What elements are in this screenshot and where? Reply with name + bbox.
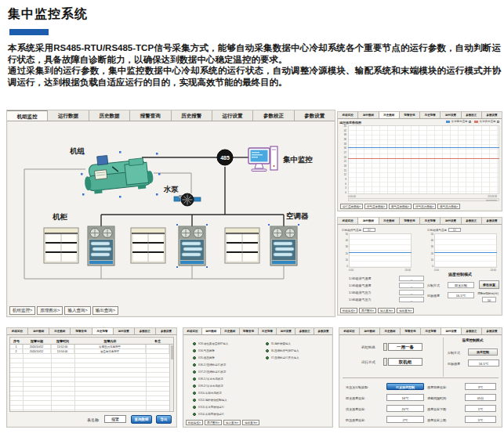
tab-item[interactable]: 历史报警 [421,328,441,334]
subtab-item[interactable]: 原理图示> [359,308,376,313]
trend-legend: 冷冻回水温度 冷冻供水温度 [446,120,499,123]
tab-item[interactable]: 历史数据 [380,328,401,334]
tab-item[interactable]: 报警查询 [240,328,259,334]
unit-select[interactable]: 1# [448,228,461,232]
tab-item[interactable]: 运行设置 [277,328,296,334]
mini-chart-y-axis: 50403020100 [427,233,433,268]
setting-value[interactable]: 3℃ [465,383,496,390]
mini-chart-y-axis: 50403020100 [342,233,348,268]
subtab-item[interactable]: 原理图示> [205,420,222,425]
subtab-item[interactable]: 输出查询> [242,420,259,425]
tab-item[interactable]: 机组监控 [338,112,358,118]
tab-item[interactable]: 运行数据 [28,328,49,334]
trend-scrollbar[interactable] [348,198,499,201]
tab-item[interactable]: 参数校正 [253,110,294,121]
tab-item[interactable]: 参数校正 [296,328,314,334]
setting-value[interactable]: 1℃ [465,405,496,412]
rotation-value[interactable]: 一用一备 [388,343,422,351]
interval-value[interactable]: 10 [482,297,496,302]
subtab-item[interactable]: 输入查询> [64,306,90,315]
control-type-button[interactable]: 回水温度控制 [386,383,424,390]
subtab-item[interactable]: 输入查询> [223,420,241,425]
curve-subtab[interactable]: 吸气温度曲线> [389,204,412,209]
tab-item[interactable]: 历史报警 [420,112,441,118]
io-list-right: I5-远程联锁输入 I6-压缩机排气保护输入 I7-压缩机运行开关输入 [266,340,299,361]
setting-value[interactable]: 05分 [465,394,496,401]
tab-item[interactable]: 报警查询 [130,110,171,121]
tab-item[interactable]: 运行设置 [441,112,461,118]
tab-item[interactable]: 参数设置 [156,328,176,334]
tab-item[interactable]: 参数设置 [482,112,502,118]
table-scrollbar[interactable] [169,345,173,411]
subtab-item[interactable]: 原理图示> [37,306,63,315]
tab-item[interactable]: 历史数据 [379,218,400,224]
tab-item[interactable]: 历史数据 [221,328,240,334]
tab-item[interactable]: 机组监控 [338,218,358,224]
ctrl-mode-button[interactable]: 温度控制 [468,349,498,356]
tab-item[interactable]: 机组监控 [339,328,360,334]
subtab-item[interactable]: 机组监控> [340,308,357,313]
tab-item[interactable]: 历史报警 [172,110,212,121]
scrollbar-thumb[interactable] [171,345,173,359]
tab-item[interactable]: 历史报警 [259,328,277,334]
curve-subtab[interactable]: 运行温度曲线> [340,204,363,209]
tab-item[interactable]: 参数校正 [135,328,156,334]
legend-checkbox[interactable] [497,121,499,123]
tab-item[interactable]: 参数设置 [482,328,502,334]
tab-item[interactable]: 历史数据 [379,112,400,118]
subtab-item[interactable]: 输入查询> [378,308,395,313]
table-name-input[interactable] [104,415,126,423]
subtab-item[interactable]: 机组监控> [9,306,35,315]
subtab-item[interactable]: 输出查询> [397,308,414,313]
tab-item[interactable]: 运行数据 [358,112,379,118]
curve-subtab[interactable]: 排气温度曲线> [364,204,387,209]
tab-item[interactable]: 机组监控 [7,110,48,121]
tab-item[interactable]: 报警查询 [400,112,420,118]
y-tick-label: 20 [427,253,433,255]
tab-item[interactable]: 历史报警 [92,328,114,334]
tab-item[interactable]: 运行设置 [114,328,135,334]
spinner-control[interactable] [383,343,387,351]
tab-item[interactable]: 运行设置 [441,328,462,334]
tab-item[interactable]: 参数设置 [295,110,335,121]
tab-item[interactable]: 运行设置 [212,110,253,121]
tab-item[interactable]: 参数设置 [314,328,332,334]
io-input-screen: 机组监控运行数据历史数据报警查询历史报警运行设置参数校正参数设置 IO3-油位及… [183,327,333,428]
control-mode-value[interactable]: 回水控制 [448,282,474,288]
tab-item[interactable]: 参数校正 [462,218,482,224]
tab-item[interactable]: 运行设置 [441,218,461,224]
tab-item[interactable]: 机组监控 [7,328,28,334]
subtab-item[interactable]: 输出查询> [92,306,118,315]
curve-subtab[interactable]: 排气压力曲线> [413,204,436,209]
tab-item[interactable]: 运行数据 [358,218,379,224]
export-button[interactable]: 导出 [156,415,172,424]
setting-value[interactable]: 20℃ [386,405,424,412]
tab-item[interactable]: 历史数据 [89,110,130,121]
subtab-item[interactable]: 机组监控> [186,420,203,425]
tab-item[interactable]: 历史数据 [49,328,71,334]
curve-subtab[interactable]: 吸气压力曲线> [437,204,460,209]
setting-value[interactable]: 2℃ [386,416,424,423]
tab-item[interactable]: 运行数据 [202,328,221,334]
query-button[interactable]: 查询数据 [131,415,152,424]
tab-item[interactable]: 报警查询 [71,328,92,334]
setting-value[interactable]: 16℃ [386,394,424,401]
run-mode-value[interactable]: 双机组 [388,358,422,366]
tab-item[interactable]: 参数设置 [482,218,502,224]
tab-item[interactable]: 报警查询 [401,328,421,334]
setting-value[interactable]: 5℃ [465,416,496,423]
unit-select[interactable]: 1# [363,228,375,232]
tab-item[interactable]: 参数校正 [462,112,482,118]
tab-item[interactable]: 运行数据 [48,110,89,121]
tab-item[interactable]: 运行数据 [360,328,380,334]
apply-settings-button[interactable]: 修改设置 [479,280,499,289]
tab-item[interactable]: 参数校正 [462,328,482,334]
legend-checkbox[interactable] [469,121,471,123]
target-temp-value[interactable]: 16.5℃ [448,292,474,298]
ctrl-target-value[interactable]: 16.5℃ [468,359,499,367]
tab-item[interactable]: 机组监控 [183,328,202,334]
tab-item[interactable]: 报警查询 [400,218,420,224]
scrollbar-thumb[interactable] [486,200,497,201]
spinner-control[interactable] [383,358,387,366]
tab-item[interactable]: 历史报警 [420,218,441,224]
